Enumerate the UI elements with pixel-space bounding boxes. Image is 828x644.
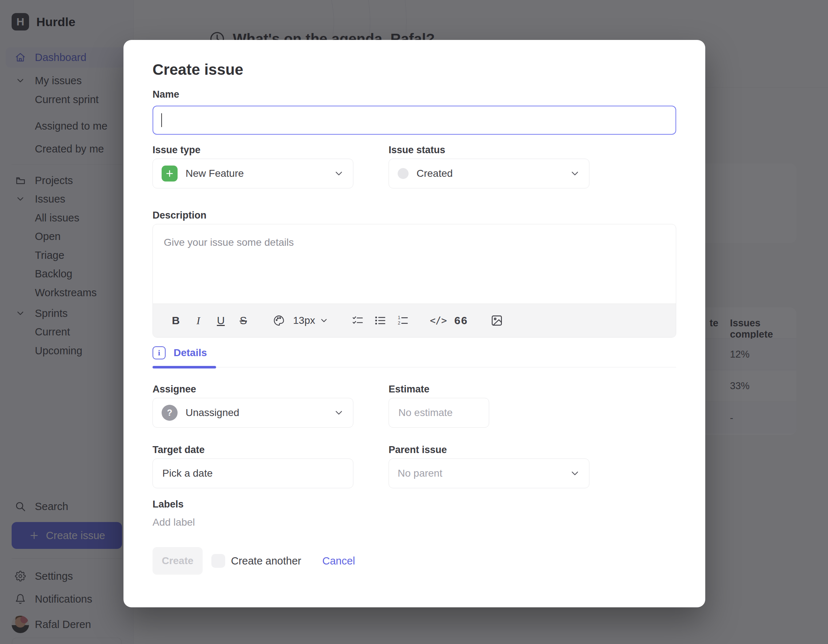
tab-details[interactable]: i Details [152, 346, 207, 367]
create-button[interactable]: Create [152, 547, 203, 575]
svg-text:2: 2 [398, 321, 400, 326]
underline-button[interactable]: U [212, 311, 229, 330]
assignee-label: Assignee [152, 383, 353, 395]
active-tab-underline [152, 366, 216, 368]
parent-issue-label: Parent issue [389, 444, 590, 456]
name-label: Name [152, 89, 676, 100]
target-date-label: Target date [152, 444, 353, 456]
chevron-down-icon [569, 168, 580, 179]
issue-status-label: Issue status [389, 144, 590, 156]
bold-button[interactable]: B [168, 311, 184, 330]
name-input[interactable] [152, 106, 676, 135]
chevron-down-icon [333, 407, 344, 418]
issue-status-select[interactable]: Created [389, 159, 590, 188]
chevron-down-icon [333, 168, 344, 179]
new-feature-icon [162, 166, 177, 182]
add-label-input[interactable]: Add label [152, 517, 676, 528]
chevron-down-icon [569, 468, 580, 479]
target-date-input[interactable]: Pick a date [152, 459, 353, 488]
description-textarea[interactable]: Give your issue some details [153, 224, 676, 304]
svg-text:1: 1 [398, 315, 400, 320]
estimate-label: Estimate [389, 383, 489, 395]
create-another-checkbox[interactable] [211, 554, 225, 568]
text-color-palette-button[interactable] [271, 311, 287, 330]
tabs-divider [152, 367, 676, 367]
cancel-button[interactable]: Cancel [322, 555, 355, 567]
description-label: Description [152, 210, 676, 221]
code-button[interactable]: </> [430, 311, 447, 330]
labels-label: Labels [152, 498, 676, 510]
rich-text-toolbar: B I U S 13px [153, 304, 676, 337]
parent-issue-select[interactable]: No parent [389, 459, 590, 488]
numbered-list-button[interactable]: 1 2 [394, 311, 411, 330]
italic-button[interactable]: I [190, 311, 207, 330]
bullet-list-button[interactable] [372, 311, 389, 330]
estimate-input[interactable]: No estimate [389, 398, 489, 428]
issue-type-label: Issue type [152, 144, 353, 156]
status-dot-icon [398, 168, 409, 179]
issue-type-select[interactable]: New Feature [152, 159, 353, 188]
strikethrough-button[interactable]: S [235, 311, 252, 330]
font-size-chevron-icon[interactable] [317, 311, 331, 330]
create-issue-modal: Create issue Name Issue type New Feature… [124, 40, 705, 607]
info-icon: i [152, 346, 166, 359]
blockquote-button[interactable]: 66 [453, 311, 470, 330]
assignee-select[interactable]: ? Unassigned [152, 398, 353, 428]
text-caret [161, 113, 162, 127]
modal-title: Create issue [152, 61, 676, 78]
image-button[interactable] [488, 311, 505, 330]
checklist-button[interactable] [349, 311, 366, 330]
unassigned-avatar-icon: ? [162, 405, 177, 421]
font-size-value[interactable]: 13px [293, 311, 315, 330]
create-another-label: Create another [231, 555, 301, 567]
